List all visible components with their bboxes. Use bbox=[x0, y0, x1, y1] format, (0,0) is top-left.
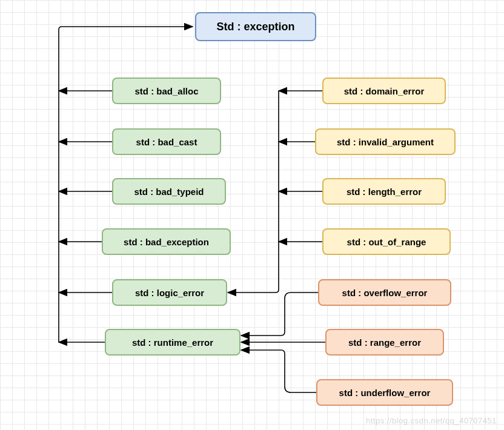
node-bad-exception: std : bad_exception bbox=[102, 228, 231, 255]
node-underflow-error: std : underflow_error bbox=[316, 379, 453, 406]
label: std : underflow_error bbox=[339, 388, 431, 398]
root-label: Std : exception bbox=[216, 21, 294, 33]
node-range-error: std : range_error bbox=[325, 329, 444, 356]
node-length-error: std : length_error bbox=[322, 178, 446, 205]
connector-arrows bbox=[0, 0, 504, 430]
root-exception: Std : exception bbox=[195, 12, 316, 41]
node-bad-alloc: std : bad_alloc bbox=[112, 78, 221, 104]
label: std : logic_error bbox=[135, 288, 204, 298]
label: std : out_of_range bbox=[347, 237, 426, 247]
node-bad-typeid: std : bad_typeid bbox=[112, 178, 226, 205]
label: std : bad_cast bbox=[136, 137, 197, 147]
node-runtime-error: std : runtime_error bbox=[105, 329, 240, 356]
label: std : range_error bbox=[348, 337, 421, 348]
label: std : domain_error bbox=[344, 86, 425, 96]
label: std : bad_exception bbox=[124, 237, 209, 247]
node-logic-error: std : logic_error bbox=[112, 279, 227, 306]
node-invalid-argument: std : invalid_argument bbox=[315, 128, 456, 155]
node-overflow-error: std : overflow_error bbox=[318, 279, 451, 306]
node-bad-cast: std : bad_cast bbox=[112, 128, 221, 155]
node-out-of-range: std : out_of_range bbox=[322, 228, 451, 255]
watermark-text: https://blog.csdn.net/qq_40707451 bbox=[366, 416, 497, 425]
label: std : overflow_error bbox=[342, 288, 428, 298]
label: std : invalid_argument bbox=[337, 137, 434, 147]
label: std : bad_alloc bbox=[134, 86, 198, 96]
label: std : length_error bbox=[346, 187, 422, 197]
node-domain-error: std : domain_error bbox=[322, 78, 446, 104]
label: std : runtime_error bbox=[132, 337, 213, 348]
label: std : bad_typeid bbox=[134, 187, 204, 197]
